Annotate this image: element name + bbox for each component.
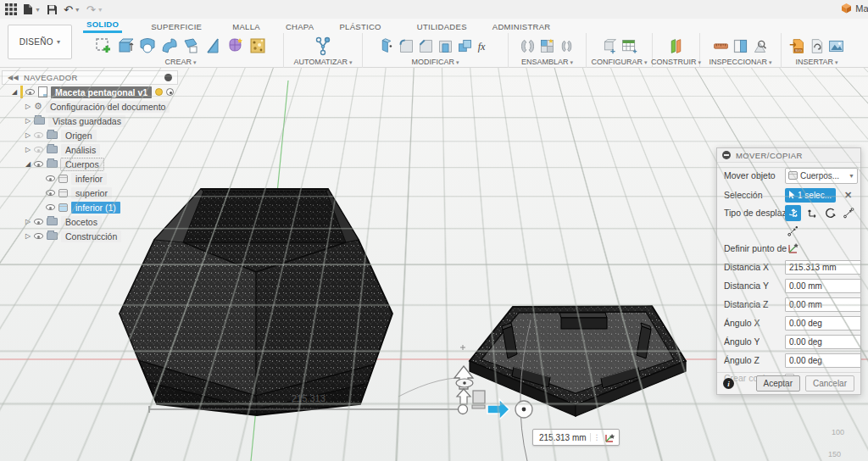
shell-icon[interactable] bbox=[437, 37, 454, 55]
tab-solido[interactable]: SOLIDO bbox=[83, 19, 122, 33]
visibility-eye-off-icon[interactable] bbox=[34, 132, 43, 138]
section-analysis-icon[interactable] bbox=[732, 37, 749, 55]
tree-label[interactable]: Bocetos bbox=[61, 216, 102, 228]
point-to-position-button[interactable] bbox=[785, 223, 801, 239]
visibility-eye-icon[interactable] bbox=[34, 219, 43, 225]
group-label-crear[interactable]: CREAR bbox=[165, 58, 197, 66]
tree-row-root[interactable]: ◢ Maceta pentagonal v1 bbox=[2, 85, 178, 99]
workspace-selector[interactable]: DISEÑO bbox=[8, 25, 72, 59]
as-built-joint-icon[interactable] bbox=[558, 37, 576, 55]
group-label-inspeccionar[interactable]: INSPECCIONAR bbox=[709, 58, 772, 66]
expand-icon[interactable]: ▷ bbox=[22, 131, 34, 139]
press-pull-icon[interactable] bbox=[378, 37, 396, 55]
tree-label[interactable]: Vistas guardadas bbox=[48, 115, 125, 127]
translate-button[interactable] bbox=[804, 205, 820, 221]
tree-label[interactable]: Cuerpos bbox=[61, 158, 103, 170]
visibility-eye-icon[interactable] bbox=[46, 190, 55, 196]
insert-image-icon[interactable] bbox=[827, 37, 845, 55]
tab-chapa[interactable]: CHAPA bbox=[282, 22, 318, 33]
navigator-header[interactable]: ◀◀ NAVEGADOR bbox=[2, 70, 178, 85]
app-grid-icon[interactable] bbox=[5, 2, 17, 17]
activate-radio-icon[interactable] bbox=[166, 88, 174, 96]
chamfer-icon[interactable] bbox=[417, 37, 435, 55]
distance-z-input[interactable]: 0.00 mm bbox=[785, 297, 861, 312]
group-label-automatizar[interactable]: AUTOMATIZAR bbox=[293, 58, 352, 66]
inspect-zoom-icon[interactable] bbox=[751, 37, 769, 55]
tab-utilidades[interactable]: UTILIDADES bbox=[414, 22, 470, 33]
joint-icon[interactable] bbox=[519, 37, 537, 55]
loft-icon[interactable] bbox=[181, 36, 202, 56]
tree-label-selected[interactable]: inferior (1) bbox=[71, 202, 120, 214]
expand-icon[interactable]: ◢ bbox=[22, 160, 34, 168]
angle-y-input[interactable]: 0.00 deg bbox=[785, 335, 861, 349]
insert-derive-icon[interactable] bbox=[808, 37, 826, 55]
rotate-button[interactable] bbox=[822, 205, 838, 221]
insert-svg-icon[interactable]: SVG bbox=[788, 37, 806, 55]
tree-label[interactable]: inferior bbox=[71, 173, 107, 185]
axis-triad-icon[interactable] bbox=[604, 431, 616, 444]
tree-row-doc-settings[interactable]: ▷ ⚙ Configuración del documento bbox=[2, 99, 178, 114]
script-icon[interactable] bbox=[313, 36, 333, 56]
combine-icon[interactable] bbox=[456, 37, 474, 55]
visibility-eye-off-icon[interactable] bbox=[34, 147, 43, 153]
distance-input-box[interactable]: 215.313 mm ⋮ bbox=[532, 429, 620, 446]
group-label-configurar[interactable]: CONFIGURAR bbox=[592, 58, 648, 66]
group-label-modificar[interactable]: MODIFICAR bbox=[412, 58, 459, 66]
tab-malla[interactable]: MALLA bbox=[229, 22, 264, 33]
accept-button[interactable]: Aceptar bbox=[756, 375, 800, 392]
free-move-button[interactable] bbox=[785, 205, 801, 221]
distance-x-input[interactable]: 215.313 mm bbox=[785, 260, 861, 275]
create-sketch-icon[interactable] bbox=[93, 36, 114, 56]
tree-row-bodies[interactable]: ◢ Cuerpos bbox=[2, 157, 178, 171]
collapse-panel-icon[interactable]: ◀◀ bbox=[8, 74, 19, 81]
distance-y-input[interactable]: 0.00 mm bbox=[785, 279, 861, 293]
expand-icon[interactable]: ◢ bbox=[8, 88, 20, 96]
distance-input-value[interactable]: 215.313 mm bbox=[536, 433, 590, 442]
tree-row-body-superior[interactable]: superior bbox=[2, 186, 178, 200]
filter-dot-icon[interactable] bbox=[164, 74, 172, 81]
clear-selection-icon[interactable]: ✕ bbox=[844, 190, 852, 201]
visibility-eye-icon[interactable] bbox=[46, 175, 55, 181]
account-area[interactable]: Mac bbox=[841, 3, 868, 14]
visibility-eye-icon[interactable] bbox=[34, 233, 43, 239]
tree-row-analysis[interactable]: ▷ Análisis bbox=[2, 142, 178, 157]
visibility-eye-icon[interactable] bbox=[34, 161, 43, 167]
configuration-table-icon[interactable] bbox=[620, 37, 638, 55]
undo-icon[interactable]: ↶▼ bbox=[64, 2, 81, 17]
tab-plastico[interactable]: PLÁSTICO bbox=[336, 22, 384, 33]
expand-icon[interactable]: ▷ bbox=[22, 232, 34, 240]
expand-icon[interactable]: ▷ bbox=[22, 117, 34, 125]
tree-label[interactable]: Configuración del documento bbox=[46, 101, 170, 113]
angle-z-input[interactable]: 0.00 deg bbox=[785, 353, 861, 368]
angle-x-input[interactable]: 0.00 deg bbox=[785, 316, 861, 330]
group-label-construir[interactable]: CONSTRUIR bbox=[651, 58, 701, 66]
move-object-dropdown[interactable]: Cuerpos... ▼ bbox=[785, 168, 858, 184]
save-icon[interactable] bbox=[47, 2, 58, 17]
tree-label[interactable]: Construcción bbox=[61, 230, 121, 242]
root-document-label[interactable]: Maceta pentagonal v1 bbox=[51, 86, 152, 98]
cancel-button[interactable]: Cancelar bbox=[805, 375, 854, 392]
new-component-icon[interactable] bbox=[538, 37, 556, 55]
fillet-icon[interactable] bbox=[398, 37, 415, 55]
revolve-icon[interactable] bbox=[137, 36, 158, 56]
sweep-icon[interactable] bbox=[159, 36, 180, 56]
dialog-header[interactable]: MOVER/COPIAR bbox=[717, 148, 860, 163]
drag-dots-icon[interactable]: ⋮ bbox=[590, 433, 604, 442]
expand-icon[interactable]: ▷ bbox=[22, 146, 34, 153]
texture-icon[interactable] bbox=[248, 36, 268, 56]
create-form-icon[interactable] bbox=[225, 36, 246, 56]
info-icon[interactable]: i bbox=[723, 378, 734, 389]
tab-administrar[interactable]: ADMINISTRAR bbox=[489, 22, 554, 33]
group-label-ensamblar[interactable]: ENSAMBLAR bbox=[521, 58, 573, 66]
selection-chip[interactable]: 1 selec... bbox=[785, 188, 836, 203]
file-new-icon[interactable]: ▼ bbox=[23, 2, 41, 17]
measure-icon[interactable] bbox=[712, 37, 730, 55]
tree-row-construction[interactable]: ▷ Construcción bbox=[2, 229, 178, 243]
tree-label[interactable]: superior bbox=[71, 187, 112, 199]
point-to-point-button[interactable] bbox=[841, 205, 857, 221]
expand-icon[interactable]: ▷ bbox=[22, 103, 34, 110]
tree-label[interactable]: Origen bbox=[61, 130, 97, 142]
visibility-eye-icon[interactable] bbox=[46, 204, 55, 210]
pivot-axis-icon[interactable] bbox=[785, 241, 801, 257]
rib-icon[interactable] bbox=[203, 36, 224, 56]
